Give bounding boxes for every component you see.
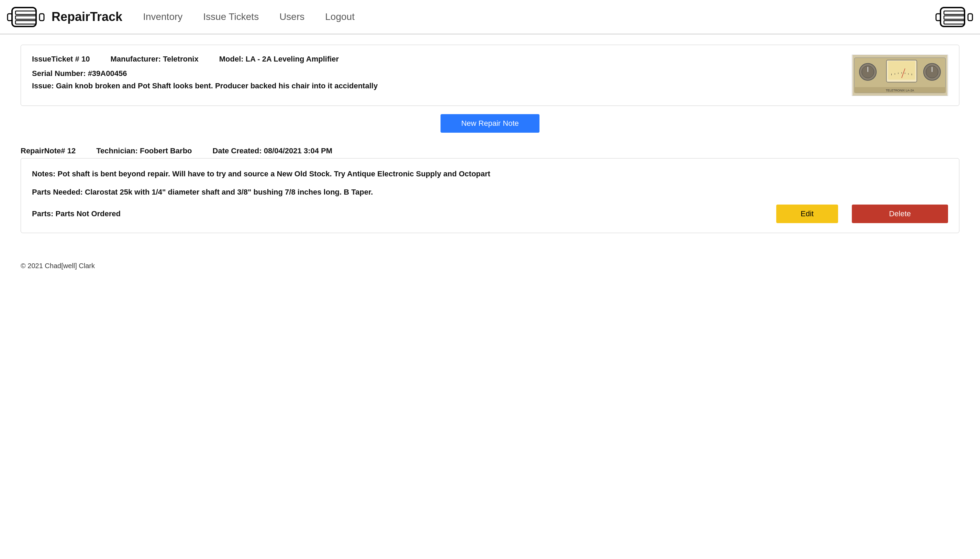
delete-button[interactable]: Delete: [852, 205, 948, 223]
logout-link[interactable]: Logout: [325, 12, 355, 22]
repair-note-technician-value: Foobert Barbo: [140, 146, 192, 155]
repair-note-parts-needed-value: Clarostat 25k with 1/4" diameter shaft a…: [85, 188, 373, 196]
new-repair-button[interactable]: New Repair Note: [441, 114, 539, 133]
ticket-serial: Serial Number: #39A00456: [32, 69, 838, 78]
ticket-serial-value: #39A00456: [88, 69, 127, 78]
ticket-model-label: Model:: [219, 55, 244, 63]
ticket-card: IssueTicket # 10 Manufacturer: Teletroni…: [21, 45, 959, 106]
ticket-id-value: 10: [81, 55, 90, 63]
repair-note-technician-label: Technician:: [96, 146, 138, 155]
svg-rect-2: [15, 16, 36, 19]
repair-note-number-label: RepairNote#: [21, 146, 65, 155]
ticket-header: IssueTicket # 10 Manufacturer: Teletroni…: [32, 55, 948, 96]
repair-note-date-value: 08/04/2021 3:04 PM: [264, 146, 332, 155]
ticket-manufacturer-value: Teletronix: [163, 55, 199, 63]
svg-text:TELETRONIX LA-2A: TELETRONIX LA-2A: [886, 89, 914, 92]
ticket-info: IssueTicket # 10 Manufacturer: Teletroni…: [32, 55, 838, 91]
ticket-serial-label: Serial Number:: [32, 69, 86, 78]
repair-note-number-value: 12: [68, 146, 76, 155]
ticket-issue: Issue: Gain knob broken and Pot Shaft lo…: [32, 81, 838, 91]
ticket-row1: IssueTicket # 10 Manufacturer: Teletroni…: [32, 55, 838, 64]
repair-note-technician: Technician: Foobert Barbo: [96, 146, 192, 155]
issue-tickets-link[interactable]: Issue Tickets: [203, 12, 259, 22]
logo-right: [935, 4, 973, 30]
brand-title: RepairTrack: [51, 10, 122, 24]
svg-rect-15: [888, 61, 916, 80]
main-content: IssueTicket # 10 Manufacturer: Teletroni…: [0, 35, 980, 251]
ticket-model-value: LA - 2A Leveling Amplifier: [246, 55, 339, 63]
svg-rect-7: [944, 11, 965, 15]
new-repair-button-wrap: New Repair Note: [21, 114, 959, 133]
repair-note-notes-value: Pot shaft is bent beyond repair. Will ha…: [58, 169, 490, 178]
repair-note-notes: Notes: Pot shaft is bent beyond repair. …: [32, 168, 948, 179]
users-link[interactable]: Users: [279, 12, 304, 22]
repair-note-date-label: Date Created:: [213, 146, 262, 155]
repair-note-footer: Parts: Parts Not Ordered Edit Delete: [32, 205, 948, 223]
footer: © 2021 Chad[well] Clark: [0, 251, 980, 280]
repair-note-notes-label: Notes:: [32, 169, 55, 178]
repair-note-date: Date Created: 08/04/2021 3:04 PM: [213, 146, 333, 155]
repair-note-parts-value: Parts Not Ordered: [55, 209, 120, 218]
logo-left: [7, 4, 45, 30]
ticket-issue-label: Issue:: [32, 81, 54, 90]
footer-text: © 2021 Chad[well] Clark: [21, 262, 95, 270]
ticket-manufacturer-label: Manufacturer:: [110, 55, 161, 63]
ticket-issue-value: Gain knob broken and Pot Shaft looks ben…: [56, 81, 378, 90]
svg-rect-9: [944, 21, 965, 24]
repair-note-parts-needed-label: Parts Needed:: [32, 188, 83, 196]
svg-rect-5: [40, 14, 44, 21]
repair-note-number: RepairNote# 12: [21, 146, 76, 155]
svg-rect-11: [968, 14, 972, 21]
nav-links: Inventory Issue Tickets Users Logout: [143, 12, 935, 22]
repair-note-parts-status: Parts: Parts Not Ordered: [32, 209, 762, 218]
navbar: RepairTrack Inventory Issue Tickets User…: [0, 0, 980, 35]
svg-rect-8: [944, 16, 965, 19]
repair-note-header: RepairNote# 12 Technician: Foobert Barbo…: [21, 141, 959, 158]
device-image: TELETRONIX LA-2A: [852, 55, 948, 96]
svg-rect-1: [15, 11, 36, 15]
ticket-id: IssueTicket # 10: [32, 55, 90, 64]
ticket-manufacturer: Manufacturer: Teletronix: [110, 55, 198, 64]
inventory-link[interactable]: Inventory: [143, 12, 183, 22]
ticket-id-label: IssueTicket #: [32, 55, 79, 63]
repair-note-parts-needed: Parts Needed: Clarostat 25k with 1/4" di…: [32, 186, 948, 198]
svg-rect-3: [15, 21, 36, 24]
ticket-model: Model: LA - 2A Leveling Amplifier: [219, 55, 339, 64]
repair-note-card: Notes: Pot shaft is bent beyond repair. …: [21, 158, 959, 233]
edit-button[interactable]: Edit: [776, 205, 838, 223]
repair-note-parts-label: Parts:: [32, 209, 53, 218]
